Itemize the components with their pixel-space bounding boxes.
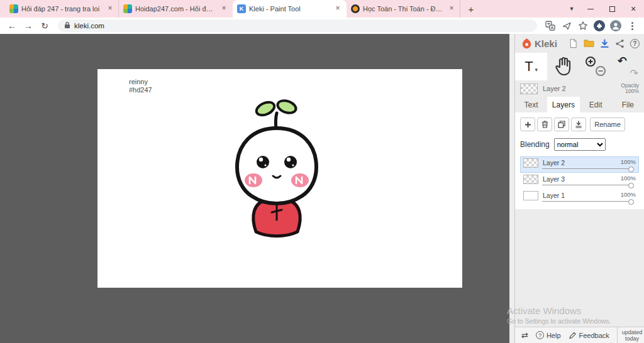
tab-title: Hỏi đáp 247 - trang tra loi bbox=[21, 5, 103, 13]
kleki-brand-text: Kleki bbox=[535, 38, 557, 49]
help-icon[interactable]: ? bbox=[630, 37, 640, 50]
opacity-slider-track[interactable] bbox=[542, 185, 631, 185]
feedback-button[interactable]: Feedback bbox=[569, 331, 609, 339]
close-icon[interactable]: × bbox=[447, 4, 456, 13]
avatar bbox=[610, 20, 621, 31]
browser-menu-icon[interactable] bbox=[625, 19, 639, 33]
add-layer-button[interactable] bbox=[520, 117, 535, 131]
maximize-icon bbox=[609, 6, 615, 12]
tab-search-chevron-icon[interactable]: ▼ bbox=[564, 0, 580, 18]
layer-name: Layer 1 bbox=[543, 191, 616, 200]
help-button[interactable]: ? Help bbox=[536, 331, 561, 339]
address-bar[interactable]: kleki.com bbox=[58, 19, 537, 32]
zoom-tool-button[interactable] bbox=[580, 53, 612, 80]
question-icon: ? bbox=[536, 331, 544, 339]
blending-row: Blending normal bbox=[520, 138, 639, 151]
pencil-icon bbox=[569, 331, 577, 339]
text-tool-label: T bbox=[525, 58, 533, 75]
send-to-device-icon[interactable] bbox=[560, 19, 574, 33]
panel-tabs: Text Layers Edit File bbox=[515, 97, 644, 112]
tab-file[interactable]: File bbox=[612, 97, 644, 112]
updated-badge[interactable]: updated today bbox=[617, 327, 644, 343]
canvas-workspace[interactable]: reinny #hd247 bbox=[0, 34, 509, 343]
opacity-slider-knob[interactable] bbox=[628, 183, 634, 188]
reload-button[interactable]: ↻ bbox=[38, 19, 52, 33]
tab-favicon: K bbox=[237, 4, 246, 13]
browser-window: Hỏi đáp 247 - trang tra loi × Hoidap247.… bbox=[0, 0, 644, 343]
zoom-out-icon bbox=[596, 67, 605, 75]
import-folder-icon[interactable] bbox=[584, 37, 594, 50]
opacity-slider-knob[interactable] bbox=[628, 166, 634, 172]
lock-icon[interactable] bbox=[64, 20, 70, 31]
kleki-logo: Kleki bbox=[521, 38, 557, 50]
close-icon[interactable]: × bbox=[333, 4, 342, 13]
drawing-canvas[interactable]: reinny #hd247 bbox=[97, 69, 462, 288]
text-tool-button[interactable]: T ▾ bbox=[515, 53, 547, 80]
new-tab-button[interactable]: + bbox=[463, 1, 479, 17]
panel-bottom-bar: ⇄ ? Help Feedback updated today bbox=[515, 327, 644, 343]
layer-opacity-value: 100% bbox=[621, 191, 636, 199]
kebab-dots bbox=[631, 22, 633, 30]
profile-avatar[interactable] bbox=[609, 19, 623, 33]
close-icon[interactable]: × bbox=[106, 4, 114, 13]
tab-title: Kleki - Paint Tool bbox=[249, 5, 330, 13]
blending-label: Blending bbox=[520, 140, 550, 149]
layer-actions: Rename bbox=[520, 117, 639, 131]
save-download-icon[interactable] bbox=[600, 37, 609, 50]
tab-strip: Hỏi đáp 247 - trang tra loi × Hoidap247.… bbox=[0, 0, 644, 18]
new-image-icon[interactable] bbox=[569, 37, 578, 50]
translate-icon[interactable] bbox=[543, 19, 557, 33]
rename-layer-button[interactable]: Rename bbox=[590, 117, 625, 131]
tab-kleki-active[interactable]: K Kleki - Paint Tool × bbox=[233, 0, 347, 18]
tab-hoidap247-online[interactable]: Hoidap247.com - Hỏi đáp online × bbox=[119, 0, 233, 18]
panel-empty-space bbox=[515, 209, 644, 327]
tab-favicon bbox=[123, 4, 132, 13]
hand-tool-button[interactable] bbox=[547, 53, 579, 80]
url-text: kleki.com bbox=[74, 22, 104, 30]
hand-icon bbox=[547, 53, 579, 80]
extension-icon[interactable] bbox=[592, 19, 606, 33]
active-layer-name: Layer 2 bbox=[543, 85, 616, 92]
layer-thumbnail bbox=[523, 191, 538, 200]
kleki-header: Kleki ? bbox=[515, 34, 644, 53]
swap-arrows-icon: ⇄ bbox=[521, 330, 528, 340]
browser-toolbar: ← → ↻ kleki.com bbox=[0, 18, 644, 34]
swap-colors-button[interactable]: ⇄ bbox=[521, 330, 528, 340]
tab-layers[interactable]: Layers bbox=[547, 97, 579, 112]
page-scrollbar[interactable] bbox=[509, 34, 514, 343]
maximize-button[interactable] bbox=[601, 0, 623, 18]
layer-thumbnail bbox=[520, 84, 538, 94]
tab-edit[interactable]: Edit bbox=[580, 97, 612, 112]
layer-opacity-value: 100% bbox=[621, 158, 636, 166]
opacity-slider-track[interactable] bbox=[542, 168, 631, 169]
merge-layer-button[interactable] bbox=[571, 117, 586, 131]
chevron-down-icon: ▾ bbox=[535, 67, 538, 73]
undo-icon[interactable]: ↶ bbox=[618, 54, 627, 68]
delete-layer-button[interactable] bbox=[537, 117, 552, 131]
layer-row-1[interactable]: Layer 1 100% bbox=[520, 189, 639, 205]
share-icon[interactable] bbox=[615, 37, 625, 50]
layer-row-3[interactable]: Layer 3 100% bbox=[520, 173, 639, 189]
close-window-button[interactable]: × bbox=[623, 0, 644, 18]
layer-row-2[interactable]: Layer 2 100% bbox=[520, 156, 639, 173]
back-button[interactable]: ← bbox=[5, 19, 19, 33]
duplicate-layer-button[interactable] bbox=[554, 117, 569, 131]
close-icon[interactable]: × bbox=[219, 4, 228, 13]
tab-hoidap247-home[interactable]: Hỏi đáp 247 - trang tra loi × bbox=[5, 0, 119, 18]
bookmark-star-icon[interactable] bbox=[576, 19, 590, 33]
undo-redo-buttons[interactable]: ↶ ↷ bbox=[612, 53, 644, 80]
active-layer-bar[interactable]: Layer 2 Opacity 100% bbox=[515, 80, 644, 97]
minimize-button[interactable] bbox=[580, 0, 601, 18]
tab-hoc-toan[interactable]: Học Toán - Thi Toán - Đấu trường... × bbox=[347, 0, 460, 18]
close-icon: × bbox=[631, 4, 636, 14]
forward-button[interactable]: → bbox=[21, 19, 35, 33]
kleki-side-panel: Kleki ? T ▾ bbox=[514, 34, 644, 343]
opacity-slider-track[interactable] bbox=[542, 201, 631, 202]
tab-text[interactable]: Text bbox=[515, 97, 547, 112]
layer-name: Layer 2 bbox=[543, 158, 616, 167]
opacity-slider-knob[interactable] bbox=[628, 199, 634, 205]
layer-thumbnail bbox=[523, 175, 538, 184]
redo-icon[interactable]: ↷ bbox=[630, 67, 638, 79]
tabs: Hỏi đáp 247 - trang tra loi × Hoidap247.… bbox=[0, 0, 479, 18]
blending-select[interactable]: normal bbox=[554, 138, 606, 151]
